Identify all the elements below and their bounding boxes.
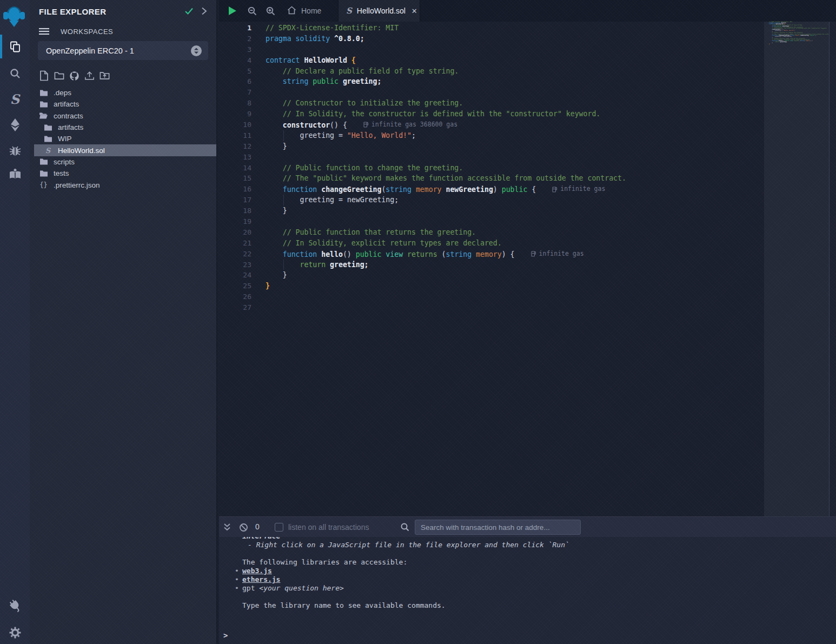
minimap-divider — [829, 22, 830, 516]
tab-home[interactable]: Home — [280, 0, 329, 22]
code-line-6[interactable]: string public greeting; — [260, 76, 764, 87]
tree-item-artifacts[interactable]: artifacts — [30, 122, 216, 133]
code-line-11[interactable]: greeting = "Hello, World!"; — [260, 130, 764, 141]
code-line-19[interactable] — [260, 216, 764, 227]
learneth-icon[interactable] — [0, 166, 30, 182]
code-line-2[interactable]: pragma solidity ^0.8.0; — [260, 34, 764, 44]
code-line-15[interactable]: // The "public" keyword makes the functi… — [260, 173, 764, 184]
new-file-icon[interactable] — [39, 70, 49, 81]
code-line-22[interactable]: function hello() public view returns (st… — [260, 249, 764, 260]
collapse-chevron-right-icon[interactable] — [200, 6, 208, 18]
terminal-toolbar: 0 listen on all transactions — [219, 516, 836, 537]
code-line-13[interactable] — [260, 152, 764, 163]
terminal-output[interactable]: interface- Right click on a JavaScript f… — [219, 537, 836, 644]
file-tree: .depsartifactscontractsartifactsWIPSHell… — [30, 87, 216, 191]
file-explorer-icon[interactable] — [0, 38, 30, 55]
close-tab-icon[interactable]: ✕ — [412, 7, 417, 15]
tree-item--prettierrc-json[interactable]: {}.prettierrc.json — [30, 179, 216, 190]
tree-item-artifacts[interactable]: artifacts — [30, 98, 216, 110]
gas-estimate: infinite gas — [552, 184, 605, 195]
code-line-14[interactable]: // Public function to change the greetin… — [260, 163, 764, 174]
upload-folder-icon[interactable] — [99, 70, 110, 81]
terminal-line: •ethers.js — [219, 575, 836, 584]
code-line-3[interactable] — [260, 44, 764, 55]
clear-console-icon[interactable] — [239, 523, 248, 534]
workspace-select[interactable]: OpenZeppelin ERC20 - 1 — [38, 41, 208, 60]
new-folder-icon[interactable] — [54, 70, 64, 81]
solidity-compiler-icon[interactable]: S — [0, 91, 30, 107]
workspaces-label: WORKSPACES — [61, 28, 113, 36]
tree-item-label: HelloWorld.sol — [58, 147, 105, 155]
code-line-4[interactable]: contract HelloWorld { — [260, 55, 764, 66]
solidity-file-icon: S — [346, 6, 352, 16]
code-editor[interactable]: // SPDX-License-Identifier: MITpragma so… — [260, 22, 764, 516]
run-script-play-icon[interactable] — [228, 6, 237, 18]
code-line-7[interactable] — [260, 87, 764, 98]
folder-icon — [39, 158, 48, 165]
line-number: 16 — [219, 184, 260, 195]
terminal-search-input[interactable] — [415, 520, 581, 535]
library-link-web3-js[interactable]: web3.js — [242, 567, 272, 575]
code-line-9[interactable]: // In Solidity, the constructor is defin… — [260, 109, 764, 119]
code-line-10[interactable]: constructor() {infinite gas 368600 gas — [260, 119, 764, 130]
line-number: 18 — [219, 205, 260, 216]
zoom-in-icon[interactable] — [266, 6, 275, 18]
code-line-23[interactable]: return greeting; — [260, 260, 764, 270]
tree-item-scripts[interactable]: scripts — [30, 156, 216, 168]
code-line-21[interactable]: // In Solidity, explicit return types ar… — [260, 238, 764, 249]
code-line-8[interactable]: // Constructor to initialize the greetin… — [260, 98, 764, 109]
code-line-1[interactable]: // SPDX-License-Identifier: MIT — [260, 23, 764, 34]
terminal-line: The following libraries are accessible: — [219, 558, 836, 567]
clone-github-icon[interactable] — [69, 70, 79, 81]
plugin-manager-icon[interactable] — [0, 597, 30, 614]
file-explorer-panel: FILE EXPLORER WORKSPACES OpenZeppelin ER… — [30, 0, 217, 644]
remix-logo-icon[interactable] — [2, 3, 26, 29]
code-line-18[interactable]: } — [260, 205, 764, 216]
folder-icon — [39, 170, 48, 177]
accept-check-icon[interactable] — [184, 6, 194, 18]
listen-transactions-checkbox[interactable] — [275, 523, 283, 532]
minimap[interactable]: // SPDX-License-Identifier: MITpragma so… — [764, 22, 836, 516]
tree-item-label: .prettierrc.json — [54, 181, 100, 189]
tree-item-label: scripts — [54, 158, 75, 166]
code-line-24[interactable]: } — [260, 270, 764, 281]
line-number: 2 — [219, 34, 260, 44]
indent-guide — [283, 130, 284, 141]
zoom-out-icon[interactable] — [248, 6, 257, 18]
settings-gear-icon[interactable] — [0, 625, 30, 641]
terminal-panel: 0 listen on all transactions interface- … — [219, 516, 836, 644]
editor-area: Home S HelloWorld.sol ✕ 1234567891011121… — [219, 0, 836, 516]
line-number: 1 — [219, 23, 260, 34]
tree-item-contracts[interactable]: contracts — [30, 110, 216, 122]
deploy-and-run-icon[interactable] — [0, 117, 30, 133]
code-line-12[interactable]: } — [260, 141, 764, 152]
upload-file-icon[interactable] — [84, 70, 95, 81]
library-link-ethers-js[interactable]: ethers.js — [242, 575, 280, 583]
terminal-prompt[interactable]: > — [223, 631, 228, 640]
tree-item-wip[interactable]: WIP — [30, 133, 216, 144]
code-line-20[interactable]: // Public function that returns the gree… — [260, 227, 764, 238]
tree-item-label: .deps — [54, 89, 71, 97]
tree-item-label: artifacts — [58, 123, 83, 131]
code-line-27[interactable] — [260, 302, 764, 313]
line-number: 15 — [219, 173, 260, 184]
workspaces-menu-icon[interactable] — [38, 26, 50, 38]
terminal-expand-icon[interactable] — [223, 523, 231, 534]
line-number: 20 — [219, 227, 260, 238]
code-line-25[interactable]: } — [260, 281, 764, 291]
code-line-17[interactable]: greeting = newGreeting; — [260, 195, 764, 205]
terminal-line: •web3.js — [219, 567, 836, 575]
debugger-icon[interactable] — [0, 143, 30, 159]
code-line-16[interactable]: function changeGreeting(string memory ne… — [260, 184, 764, 195]
code-line-5[interactable]: // Declare a public field of type string… — [260, 66, 764, 77]
tree-item-label: tests — [54, 169, 69, 177]
search-icon[interactable] — [0, 65, 30, 82]
line-number: 27 — [219, 302, 260, 313]
code-line-26[interactable] — [260, 291, 764, 302]
tree-item-tests[interactable]: tests — [30, 168, 216, 179]
editor-scrollbar-strip[interactable] — [830, 22, 836, 516]
tree-item-helloworld-sol[interactable]: SHelloWorld.sol — [30, 144, 216, 156]
tree-item--deps[interactable]: .deps — [30, 87, 216, 98]
tab-helloworld-sol[interactable]: S HelloWorld.sol ✕ — [338, 0, 420, 22]
file-explorer-toolbar — [39, 70, 110, 81]
